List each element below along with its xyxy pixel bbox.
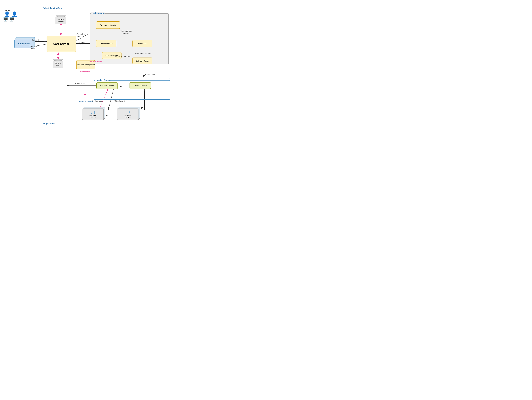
dots-handlers: ... [120,84,122,87]
label-get-subtask: 5) get sub-task [145,73,155,76]
workflow-metadata-db: Workflow Meta-data [55,13,67,25]
software-service-box: {···} Software Service [82,108,104,120]
label-scheduled-subtask: 4) scheduled sub-task [135,53,151,55]
runtime-data-db: Runtime Data [52,57,64,69]
runtime-db-label: Runtime Data [54,62,62,66]
user-icon-1: 👤 [4,11,10,17]
label-manage-service: manage service [80,71,91,73]
label-service-group: Service Group [79,100,93,103]
monitor-icons: 🖥️ 🖥️ [3,17,14,22]
label-continue-scheduling: 11) continue scheduling [114,56,130,58]
label-orchestrator: Orchestrator [91,12,104,14]
user-icons: 👤 👤 [4,11,17,17]
label-return-result: 10) return result [29,45,37,50]
subtask-handler1-box: Sub-task Handler [96,82,118,89]
workflow-metadata-orchestrator: Workflow Meta-data [96,21,120,29]
software-service-label: Software Service [89,114,96,118]
diagram: Scheduling Platform Orchestrator Edge Se… [0,0,171,128]
dots-services: ... [105,114,108,116]
label-update-state: 9) update state [79,41,86,45]
workflow-state-box: Workflow State [96,40,116,47]
workflow-db-label: Workflow Meta-data [57,19,64,22]
label-handler-group: Handler Group [95,79,110,81]
user-icon-2: 👤 [11,11,17,17]
label-update-env: update enviroment [89,61,102,63]
hardware-service-box: {···} Hardware Service [117,108,139,120]
label-scheduling-platform: Scheduling Platform [42,7,63,9]
software-service-icon: {···} [91,110,95,114]
hardware-service-icon: {···} [125,110,130,114]
label-invoke-service: 6) invoke service [114,100,127,102]
label-edge-server: Edge Server [42,122,55,125]
label-submit: 1) submit [32,39,39,41]
label-return-result-7: 7) return result [92,100,102,102]
hardware-service-label: Hardware Service [124,114,131,118]
label-input-subtask: 3) input sub-task sequence [120,30,132,34]
monitor-icon-1: 🖥️ [3,17,8,22]
label-workflow-metadata: 2) workflow meta-data [76,33,85,37]
subtask-handler2-box: Sub-task Handler [130,82,151,89]
monitor-icon-2: 🖥️ [9,17,14,22]
label-return-result-8: 8) return result [75,83,85,85]
subtask-queue-box: Sub-task Queue [133,57,152,64]
scheduler-box: Scheduler [133,40,152,47]
user-service-box: User Service [47,36,76,52]
